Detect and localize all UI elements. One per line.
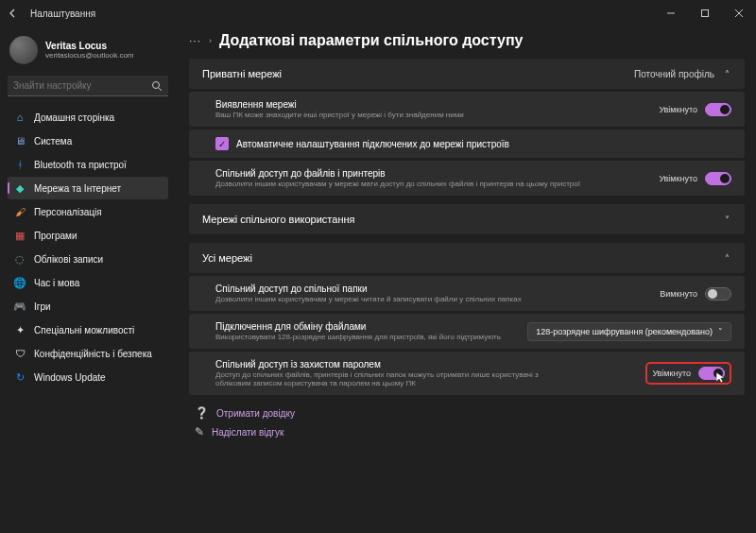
breadcrumb-ellipsis[interactable]: ··· (189, 34, 201, 47)
row-file-exchange[interactable]: Підключення для обміну файлами Використо… (189, 314, 745, 349)
search-input[interactable] (8, 76, 168, 96)
chevron-down-icon: ˅ (722, 215, 731, 225)
highlight-password-toggle: Увімкнуто (645, 362, 731, 385)
sidebar-item-privacy[interactable]: 🛡Конфіденційність і безпека (8, 342, 168, 365)
row-public-folder-sharing[interactable]: Спільний доступ до спільної папки Дозвол… (189, 276, 745, 311)
svg-rect-1 (702, 10, 709, 17)
search-icon (151, 80, 163, 94)
row-file-printer-sharing[interactable]: Спільний доступ до файлів і принтерів До… (189, 161, 745, 196)
sidebar-item-accessibility[interactable]: ✦Спеціальні можливості (8, 318, 168, 341)
sidebar-item-label: Система (34, 136, 72, 146)
dropdown-encryption[interactable]: 128-розрядне шифрування (рекомендовано) … (527, 322, 731, 341)
toggle-status: Увімкнуто (659, 105, 697, 114)
breadcrumb: ··· › Додаткові параметри спільного дост… (189, 32, 745, 49)
profile[interactable]: Veritas Locus veritaslocus@outlook.com (8, 32, 168, 74)
current-profile-label: Поточний профіль (634, 69, 714, 79)
sidebar-item-label: Windows Update (34, 372, 106, 383)
chevron-right-icon: › (209, 36, 212, 45)
profile-email: veritaslocus@outlook.com (45, 51, 134, 60)
maximize-button[interactable] (688, 0, 722, 26)
avatar (9, 36, 38, 64)
toggle-status: Вимкнуто (660, 289, 697, 299)
row-auto-config[interactable]: ✓ Автоматичне налаштування підключених д… (189, 129, 745, 158)
sidebar-item-home[interactable]: ⌂Домашня сторінка (8, 106, 168, 129)
row-desc: Дозволити іншим користувачам у мережі чи… (215, 295, 522, 303)
chevron-up-icon: ˄ (722, 253, 731, 264)
row-title: Спільний доступ до спільної папки (215, 284, 522, 294)
sidebar-item-network[interactable]: ◆Мережа та Інтернет (8, 177, 168, 199)
sidebar-item-label: Спеціальні можливості (34, 325, 134, 335)
checkbox-auto-config[interactable]: ✓ (215, 137, 229, 150)
sidebar-item-label: Час і мова (34, 278, 79, 288)
sidebar-item-system[interactable]: 🖥Система (8, 129, 168, 152)
bluetooth-icon: ᚼ (13, 158, 26, 171)
section-title: Приватні мережі (202, 68, 282, 79)
link-label: Надіслати відгук (212, 427, 284, 438)
sidebar-item-label: Облікові записи (34, 254, 103, 265)
cursor-icon (716, 372, 726, 384)
sidebar-item-accounts[interactable]: ◌Облікові записи (8, 248, 168, 270)
row-title: Спільний доступ до файлів і принтерів (215, 168, 580, 179)
row-title: Виявлення мережі (215, 99, 464, 110)
sidebar-item-bluetooth[interactable]: ᚼBluetooth та пристрої (8, 153, 168, 176)
row-title: Підключення для обміну файлами (215, 321, 501, 332)
sidebar-item-label: Програми (34, 231, 77, 241)
link-get-help[interactable]: ❔ Отримати довідку (195, 406, 745, 420)
toggle-public-folder-sharing[interactable] (705, 287, 731, 301)
row-password-protected-sharing[interactable]: Спільний доступ із захистом паролем Дост… (189, 352, 745, 395)
page-title: Додаткові параметри спільного доступу (219, 32, 523, 49)
accessibility-icon: ✦ (13, 323, 26, 336)
sidebar-item-gaming[interactable]: 🎮Ігри (8, 295, 168, 318)
close-button[interactable] (722, 0, 756, 26)
back-button[interactable] (4, 4, 23, 23)
gaming-icon: 🎮 (13, 300, 26, 313)
toggle-file-printer-sharing[interactable] (705, 172, 731, 185)
sidebar-item-apps[interactable]: ▦Програми (8, 224, 168, 247)
privacy-icon: 🛡 (13, 347, 26, 360)
sidebar-item-time[interactable]: 🌐Час і мова (8, 271, 168, 294)
chevron-down-icon: ˅ (718, 327, 723, 336)
accounts-icon: ◌ (13, 252, 26, 266)
sidebar-item-update[interactable]: ↻Windows Update (8, 366, 168, 388)
row-desc: Дозволити іншим користувачам у мережі ма… (215, 180, 580, 188)
network-icon: ◆ (13, 181, 26, 195)
sidebar-item-label: Домашня сторінка (34, 112, 114, 123)
section-title: Усі мережі (202, 252, 252, 264)
row-network-discovery[interactable]: Виявлення мережі Ваш ПК може знаходити і… (189, 92, 745, 127)
minimize-button[interactable] (654, 0, 688, 26)
update-icon: ↻ (13, 370, 26, 384)
link-label: Отримати довідку (216, 408, 295, 419)
dropdown-value: 128-розрядне шифрування (рекомендовано) (536, 327, 713, 336)
link-give-feedback[interactable]: ✎ Надіслати відгук (195, 425, 745, 438)
search-box[interactable] (8, 76, 168, 96)
feedback-icon: ✎ (195, 425, 204, 438)
sidebar-item-label: Мережа та Інтернет (34, 183, 121, 194)
sidebar-item-personalization[interactable]: 🖌Персоналізація (8, 200, 168, 223)
section-title: Мережі спільного використання (202, 214, 355, 225)
toggle-password-protected-sharing[interactable] (698, 367, 725, 380)
svg-line-3 (159, 88, 162, 91)
sidebar-item-label: Персоналізація (34, 207, 102, 217)
toggle-status: Увімкнуто (652, 369, 691, 378)
section-private-header[interactable]: Приватні мережі Поточний профіль ˄ (189, 59, 745, 89)
section-shared-networks-header[interactable]: Мережі спільного використання ˅ (189, 204, 745, 234)
section-all-networks-header[interactable]: Усі мережі ˄ (189, 243, 745, 273)
personalization-icon: 🖌 (13, 205, 26, 218)
row-desc: Доступ до спільних файлів, принтерів і с… (215, 370, 575, 387)
chevron-up-icon: ˄ (722, 69, 731, 79)
row-desc: Ваш ПК може знаходити інші пристрої у ме… (215, 111, 464, 119)
time-icon: 🌐 (13, 276, 26, 289)
row-title: Спільний доступ із захистом паролем (215, 359, 575, 370)
apps-icon: ▦ (13, 229, 26, 242)
svg-point-2 (153, 82, 160, 89)
sidebar-item-label: Ігри (34, 301, 51, 312)
window-title: Налаштування (30, 9, 95, 19)
sidebar-item-label: Bluetooth та пристрої (34, 160, 127, 170)
toggle-network-discovery[interactable] (705, 103, 731, 116)
system-icon: 🖥 (13, 134, 26, 147)
home-icon: ⌂ (13, 111, 26, 124)
checkbox-label: Автоматичне налаштування підключених до … (236, 139, 509, 149)
profile-name: Veritas Locus (45, 41, 134, 51)
toggle-status: Увімкнуто (659, 174, 697, 183)
sidebar-item-label: Конфіденційність і безпека (34, 349, 152, 359)
